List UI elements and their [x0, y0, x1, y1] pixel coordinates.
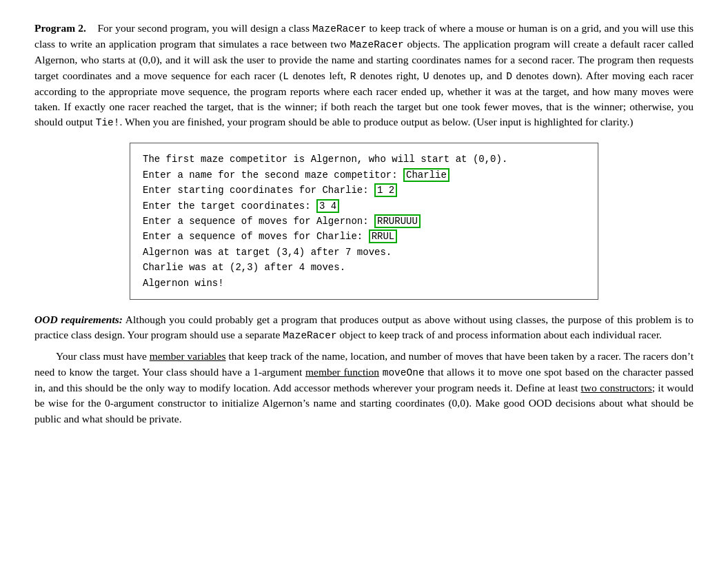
output-line-9: Algernon wins!: [143, 276, 585, 291]
desc-U: denotes up, and: [429, 70, 507, 81]
coords-input: 1 2: [374, 183, 397, 197]
member-function-label: member function: [305, 366, 379, 378]
output-line-5: Enter a sequence of moves for Algernon: …: [143, 214, 585, 229]
algernon-moves-input: RRURUUU: [374, 214, 421, 228]
mazeracer-code-2: MazeRacer: [350, 39, 403, 50]
D-code: D: [506, 71, 512, 82]
program-paragraph: Program 2. For your second program, you …: [34, 21, 694, 130]
target-input: 3 4: [316, 199, 339, 213]
desc-R: denotes right,: [356, 70, 423, 81]
tie-code: Tie!: [96, 117, 120, 128]
L-code: L: [283, 71, 289, 82]
desc-L: denotes left,: [289, 70, 350, 81]
ood-para-1: OOD requirements: Although you could pro…: [34, 312, 694, 343]
program-label: Program 2.: [34, 22, 86, 34]
mazeracer-inline: MazeRacer: [283, 330, 336, 341]
output-line-2: Enter a name for the second maze competi…: [143, 167, 585, 183]
ood-section: OOD requirements: Although you could pro…: [34, 312, 694, 427]
output-line-7: Algernon was at target (3,4) after 7 mov…: [143, 245, 585, 260]
mazeracer-code-1: MazeRacer: [312, 23, 366, 34]
charlie-moves-input: RRUL: [369, 229, 398, 243]
ood-header: OOD requirements:: [34, 314, 123, 325]
output-line-1: The first maze competitor is Algernon, w…: [143, 152, 585, 167]
two-constructors-label: two constructors: [581, 382, 652, 394]
U-code: U: [423, 71, 429, 82]
output-line-6: Enter a sequence of moves for Charlie: R…: [143, 229, 585, 244]
moveOne-code: moveOne: [383, 367, 425, 378]
ood-para-2: Your class must have member variables th…: [34, 349, 694, 427]
member-variables-label: member variables: [150, 350, 226, 362]
output-line-4: Enter the target coordinates: 3 4: [143, 198, 585, 214]
ood-para1-end: object to keep track of and process info…: [337, 329, 662, 340]
output-line-8: Charlie was at (2,3) after 4 moves.: [143, 260, 585, 275]
output-line-3: Enter starting coordinates for Charlie: …: [143, 183, 585, 198]
charlie-input: Charlie: [403, 168, 449, 182]
program-description: Program 2. For your second program, you …: [34, 21, 694, 130]
program-desc-1: For your second program, you will design…: [98, 22, 313, 34]
desc-end: . When you are finished, your program sh…: [120, 116, 634, 127]
output-box: The first maze competitor is Algernon, w…: [130, 143, 598, 300]
ood-para2-start: Your class must have: [56, 350, 150, 362]
